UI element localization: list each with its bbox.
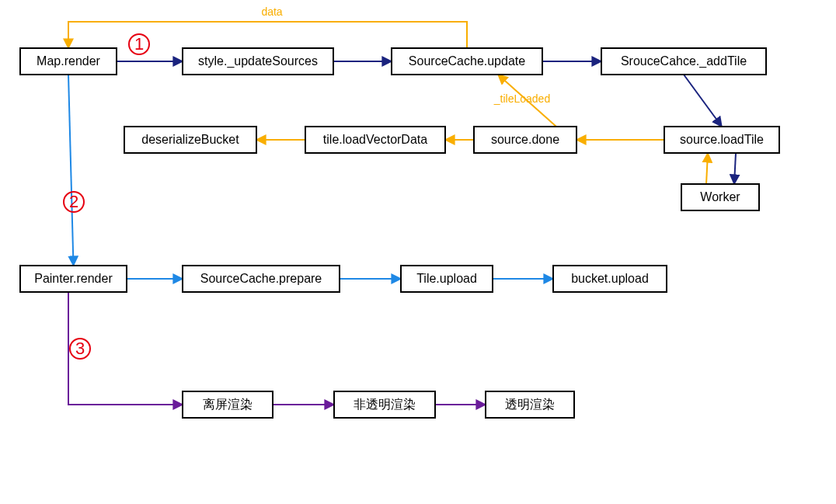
step-number-step3: 3 [75, 339, 85, 358]
node-offscreen: 离屏渲染 [183, 391, 273, 418]
node-worker: Worker [681, 184, 759, 210]
node-label-bucket_upload: bucket.upload [571, 272, 649, 285]
node-source_load_tile: source.loadTile [664, 127, 779, 153]
node-label-tile_upload: Tile.upload [416, 272, 477, 285]
node-load_vector: tile.loadVectorData [305, 127, 445, 153]
node-add_tile: SrouceCahce._addTile [601, 48, 766, 75]
node-label-deserialize: deserializeBucket [141, 133, 239, 146]
node-label-source_load_tile: source.loadTile [680, 133, 764, 146]
node-deserialize: deserializeBucket [124, 127, 256, 153]
edge-label-data: data [261, 5, 282, 18]
node-opaque: 非透明渲染 [334, 391, 435, 418]
node-label-painter_render: Painter.render [34, 272, 113, 285]
node-label-worker: Worker [700, 190, 740, 203]
node-label-load_vector: tile.loadVectorData [323, 133, 427, 146]
node-label-prepare: SourceCache.prepare [200, 272, 322, 285]
node-label-source_cache_update: SourceCache.update [409, 54, 525, 68]
node-painter_render: Painter.render [20, 266, 127, 292]
node-label-update_sources: style._updateSources [198, 54, 318, 68]
step-number-step1: 1 [134, 34, 144, 54]
edge-map_render-painter_render [68, 75, 74, 266]
edge-painter-to-offscreen [68, 292, 183, 405]
step-step2: 2 [64, 192, 84, 212]
node-tile_upload: Tile.upload [401, 266, 493, 292]
node-label-translucent: 透明渲染 [505, 398, 555, 411]
node-translucent: 透明渲染 [486, 391, 574, 418]
node-source_done: source.done [474, 127, 576, 153]
step-number-step2: 2 [69, 192, 78, 211]
step-step3: 3 [70, 339, 90, 359]
edge-source_load_tile-worker [734, 153, 736, 184]
node-label-offscreen: 离屏渲染 [203, 398, 253, 411]
flow-diagram: data_tileLoadedMap.renderstyle._updateSo… [0, 0, 836, 504]
node-label-map_render: Map.render [37, 54, 100, 68]
node-source_cache_update: SourceCache.update [392, 48, 542, 75]
node-label-add_tile: SrouceCahce._addTile [621, 54, 747, 68]
edge-add_tile-source_load_tile [684, 75, 722, 127]
edge-data-feedback [68, 22, 467, 48]
node-map_render: Map.render [20, 48, 117, 75]
step-step1: 1 [129, 34, 149, 54]
node-prepare: SourceCache.prepare [183, 266, 340, 292]
edge-label-tile_loaded: _tileLoaded [493, 92, 550, 105]
node-label-source_done: source.done [491, 133, 559, 146]
node-update_sources: style._updateSources [183, 48, 333, 75]
edge-worker-source_load_tile [706, 153, 708, 184]
node-label-opaque: 非透明渲染 [354, 398, 416, 411]
node-bucket_upload: bucket.upload [553, 266, 667, 292]
